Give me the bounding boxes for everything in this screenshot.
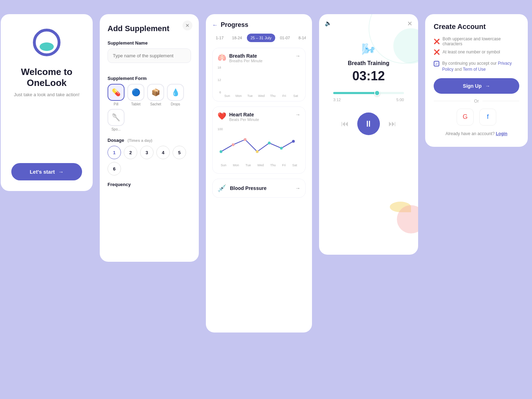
or-divider: Or xyxy=(434,99,519,104)
supplement-name-field: Supplement Name xyxy=(108,40,191,69)
breath-progress-bar xyxy=(333,92,404,94)
dosage-2[interactable]: 2 xyxy=(124,146,137,159)
pause-btn[interactable]: ⏸ xyxy=(357,112,380,135)
dosage-5[interactable]: 5 xyxy=(173,146,186,159)
sound-icon[interactable]: 🔈 xyxy=(325,20,332,27)
svg-point-8 xyxy=(268,141,271,144)
close-supplement-btn[interactable]: ✕ xyxy=(183,21,192,30)
frequency-label: Frequency xyxy=(108,182,191,187)
facebook-btn[interactable]: f xyxy=(479,109,496,126)
blood-pressure-label: Blood Pressure xyxy=(230,185,266,191)
supplement-form-field: Supplement Form 💊 Pill 🔵 Tablet 📦 Sachet… xyxy=(108,76,191,131)
already-account-text: Already have an account? Login xyxy=(434,131,519,136)
spo-btn[interactable]: 🥄 xyxy=(108,109,125,126)
welcome-title: Welcome to OneLook xyxy=(11,66,82,88)
supplement-card: ✕ Add Supplement Supplement Name Supplem… xyxy=(100,14,199,262)
dosage-sub: (Times a day) xyxy=(128,138,152,143)
supplement-name-input[interactable] xyxy=(108,48,191,63)
supplement-title: Add Supplement xyxy=(108,24,191,33)
login-link[interactable]: Login xyxy=(496,131,508,136)
google-icon: G xyxy=(463,113,468,121)
breath-chart-arrow[interactable]: → xyxy=(295,53,300,59)
svg-point-3 xyxy=(40,42,54,51)
svg-point-4 xyxy=(220,150,222,153)
form-spo: 🥄 Spo... xyxy=(108,109,125,131)
form-tablet: 🔵 Tablet xyxy=(127,84,144,106)
blood-pressure-preview: 💉 Blood Pressure → xyxy=(212,179,306,198)
progress-card: ← Progress 1-17 18-24 25 – 31 July 01-07… xyxy=(206,14,312,332)
heart-line-chart xyxy=(218,132,300,161)
svg-point-6 xyxy=(244,138,247,141)
breath-training-card: 🔈 ✕ 🌬️ Breath Training 03:12 3:12 5:00 ⏮… xyxy=(319,14,418,255)
tablet-btn[interactable]: 🔵 xyxy=(127,84,144,101)
blood-chart-icon: 💉 xyxy=(218,184,226,192)
signup-card: Create Account ❌ Both uppercase and lowe… xyxy=(425,14,528,147)
dosage-label: Dosage xyxy=(108,138,124,143)
privacy-text: By continuing you accept our xyxy=(442,61,498,66)
breath-controls: ⏮ ⏸ ⏭ xyxy=(326,112,411,135)
form-pill: 💊 Pill xyxy=(108,84,125,106)
date-navigation: 1-17 18-24 25 – 31 July 01-07 8-14 xyxy=(212,34,306,42)
breath-time-labels: 3:12 5:00 xyxy=(326,98,411,102)
supplement-form-label: Supplement Form xyxy=(108,76,191,81)
social-login-row: G f xyxy=(434,109,519,126)
date-01-07[interactable]: 01-07 xyxy=(277,34,294,42)
date-8-14[interactable]: 8-14 xyxy=(295,34,306,42)
terms-link[interactable]: Term of Use xyxy=(463,67,486,72)
svg-point-7 xyxy=(256,150,259,153)
pill-btn[interactable]: 💊 xyxy=(108,84,125,101)
x-icon-2: ❌ xyxy=(434,49,440,55)
x-icon-1: ❌ xyxy=(434,39,440,44)
breath-progress-fill xyxy=(333,92,378,94)
welcome-card: Welcome to OneLook Just take a look and … xyxy=(1,14,93,191)
google-btn[interactable]: G xyxy=(457,109,474,126)
next-btn[interactable]: ⏭ xyxy=(388,119,396,128)
drops-btn[interactable]: 💧 xyxy=(167,84,184,101)
breath-timer: 03:12 xyxy=(326,69,411,83)
signup-button[interactable]: Sign Up → xyxy=(434,78,519,94)
progress-title: Progress xyxy=(221,21,248,29)
heart-rate-chart: ❤️ Heart Rate Beats Per Minute → 100 xyxy=(212,106,306,174)
blood-arrow[interactable]: → xyxy=(295,185,300,191)
privacy-checkbox-row: ✓ By continuing you accept our Privacy P… xyxy=(434,60,519,73)
validation-number: ❌ At least one number or symbol xyxy=(434,49,519,55)
dosage-field: Dosage (Times a day) 1 2 3 4 5 6 xyxy=(108,138,191,175)
dosage-6[interactable]: 6 xyxy=(108,162,121,175)
date-1-17[interactable]: 1-17 xyxy=(212,34,227,42)
time-start: 3:12 xyxy=(333,98,341,102)
svg-point-10 xyxy=(292,140,295,143)
breath-chart-icon: 🫁 xyxy=(218,53,226,62)
facebook-icon: f xyxy=(487,113,488,121)
validation-uppercase: ❌ Both uppercase and lowercase character… xyxy=(434,36,519,46)
heart-chart-icon: ❤️ xyxy=(218,112,226,120)
signup-arrow-icon: → xyxy=(485,83,490,89)
breath-progress-dot xyxy=(374,90,380,96)
supplement-name-label: Supplement Name xyxy=(108,40,191,46)
breath-rate-chart: 🫁 Breath Rate Breaths Per Minute → 18126… xyxy=(212,48,306,102)
signup-title: Create Account xyxy=(434,23,519,31)
form-sachet: 📦 Sachet xyxy=(147,84,164,106)
arrow-icon: → xyxy=(58,169,64,175)
date-25-31[interactable]: 25 – 31 July xyxy=(247,34,275,42)
form-drops: 💧 Drops xyxy=(167,84,184,106)
svg-point-9 xyxy=(280,147,283,150)
svg-point-5 xyxy=(232,143,235,146)
welcome-subtitle: Just take a look and take action! xyxy=(14,92,80,97)
dosage-4[interactable]: 4 xyxy=(156,146,170,159)
dosage-1[interactable]: 1 xyxy=(108,146,121,159)
lets-start-btn[interactable]: Let's start → xyxy=(11,163,82,180)
prev-btn[interactable]: ⏮ xyxy=(341,119,349,128)
date-18-24[interactable]: 18-24 xyxy=(229,34,245,42)
back-arrow-icon[interactable]: ← xyxy=(212,22,218,28)
breath-bar-chart: Sun Mon Tue Wed Thu Fri Sat xyxy=(222,69,300,98)
progress-header: ← Progress xyxy=(212,21,306,29)
dosage-3[interactable]: 3 xyxy=(140,146,154,159)
heart-chart-arrow[interactable]: → xyxy=(295,112,300,117)
sachet-btn[interactable]: 📦 xyxy=(147,84,164,101)
time-end: 5:00 xyxy=(397,98,404,102)
privacy-checkbox[interactable]: ✓ xyxy=(434,61,439,66)
dosage-buttons: 1 2 3 4 5 6 xyxy=(108,146,191,175)
or-label: Or xyxy=(474,99,479,104)
welcome-logo xyxy=(33,28,61,58)
supplement-form-options: 💊 Pill 🔵 Tablet 📦 Sachet 💧 Drops 🥄 Spo..… xyxy=(108,84,191,131)
